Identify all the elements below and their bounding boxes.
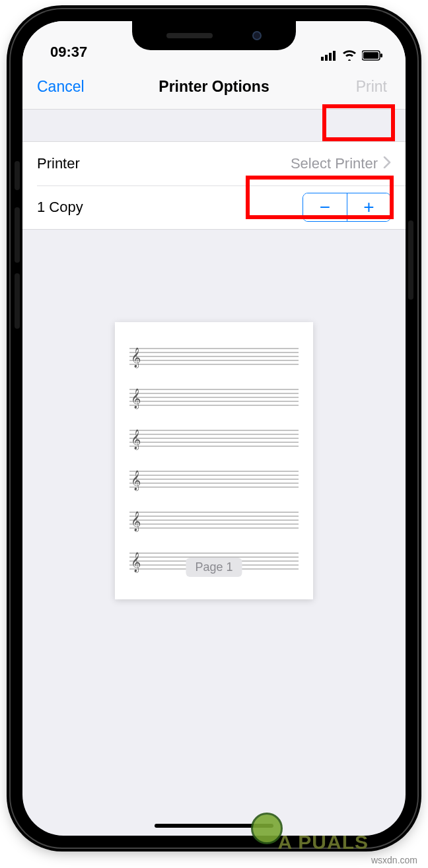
screen: 09:37 Cancel Printer [22, 21, 406, 836]
copies-stepper: − + [303, 193, 391, 222]
svg-rect-5 [363, 52, 378, 59]
music-staff: 𝄞 [129, 422, 299, 453]
cellular-icon [321, 50, 337, 61]
annotation-highlight-print [322, 104, 395, 141]
watermark-text: wsxdn.com [371, 855, 417, 865]
wifi-icon [342, 50, 357, 61]
copies-decrement-button[interactable]: − [303, 193, 347, 221]
volume-up-button [15, 207, 20, 263]
print-button[interactable]: Print [352, 75, 391, 98]
page-thumbnail[interactable]: 𝄞 𝄞 𝄞 𝄞 𝄞 𝄞 Page 1 [115, 322, 313, 599]
svg-rect-6 [380, 53, 382, 57]
copies-label: 1 Copy [37, 199, 83, 216]
svg-text:𝄞: 𝄞 [131, 429, 141, 450]
front-camera [252, 31, 262, 40]
music-staff: 𝄞 [129, 341, 299, 371]
svg-text:𝄞: 𝄞 [131, 347, 141, 368]
nav-bar: Cancel Printer Options Print [22, 65, 406, 110]
music-staff: 𝄞 [129, 504, 299, 535]
brand-text: A PUALS [277, 831, 369, 853]
battery-icon [362, 50, 383, 61]
printer-value-text: Select Printer [291, 155, 378, 172]
copies-increment-button[interactable]: + [347, 193, 390, 221]
svg-text:𝄞: 𝄞 [131, 470, 141, 491]
copies-row: 1 Copy − + [22, 185, 406, 229]
speaker-grille [166, 33, 213, 38]
svg-rect-2 [329, 53, 332, 61]
status-time: 09:37 [50, 44, 87, 61]
notch [132, 21, 296, 50]
music-staff: 𝄞 [129, 463, 299, 494]
printer-value: Select Printer [291, 155, 391, 172]
printer-label: Printer [37, 155, 80, 172]
chevron-right-icon [383, 155, 391, 172]
cancel-button[interactable]: Cancel [37, 78, 85, 96]
music-staff: 𝄞 [129, 382, 299, 412]
volume-down-button [15, 273, 20, 329]
page-title: Printer Options [159, 78, 269, 96]
mute-switch [15, 161, 20, 190]
page-number-badge: Page 1 [186, 558, 242, 577]
svg-rect-0 [321, 57, 324, 61]
phone-frame: 09:37 Cancel Printer [11, 9, 417, 848]
svg-rect-1 [325, 55, 328, 61]
svg-text:𝄞: 𝄞 [131, 552, 141, 573]
options-group: Printer Select Printer 1 Copy − + [22, 141, 406, 230]
power-button [408, 220, 413, 300]
status-icons [321, 50, 383, 61]
svg-rect-3 [333, 51, 336, 61]
preview-area: 𝄞 𝄞 𝄞 𝄞 𝄞 𝄞 Page 1 [22, 230, 406, 599]
svg-text:𝄞: 𝄞 [131, 388, 141, 409]
printer-row[interactable]: Printer Select Printer [22, 142, 406, 185]
svg-text:𝄞: 𝄞 [131, 511, 141, 532]
